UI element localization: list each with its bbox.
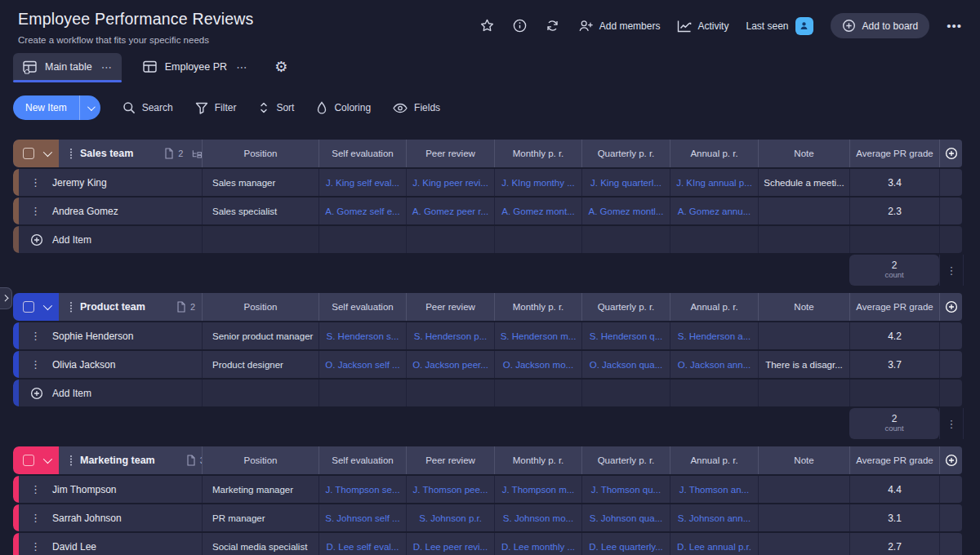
footer-menu-icon[interactable]: ⋮ <box>947 418 957 430</box>
cell-peer[interactable]: D. Lee peer revi... <box>406 533 494 555</box>
chevron-down-icon[interactable] <box>42 148 51 157</box>
cell-position[interactable]: Senior product manager <box>202 322 318 349</box>
tab-menu-icon[interactable]: ⋯ <box>101 61 112 73</box>
cell-average[interactable]: 2.7 <box>849 533 939 555</box>
cell-quarterly[interactable]: D. Lee quarterly... <box>581 533 670 555</box>
add-item-row[interactable]: Add Item <box>13 226 962 253</box>
add-to-board-button[interactable]: Add to board <box>831 13 930 38</box>
cell-position[interactable]: Sales manager <box>202 169 318 196</box>
cell-self-eval[interactable]: S. Johnson self ... <box>318 504 406 531</box>
cell-note[interactable] <box>758 504 849 531</box>
item-name[interactable]: David Lee <box>52 541 96 553</box>
footer-menu-icon[interactable]: ⋮ <box>947 264 957 277</box>
cell-annual[interactable]: J. KIng annual p... <box>670 169 758 196</box>
cell-monthly[interactable]: J. KIng monthy ... <box>494 169 581 196</box>
column-header-monthly-p-r-[interactable]: Monthly p. r. <box>494 446 581 474</box>
cell-annual[interactable]: J. Thomson an... <box>670 476 758 503</box>
item-name[interactable]: Jeremy King <box>52 177 107 189</box>
new-item-label[interactable]: New Item <box>13 95 79 120</box>
cell-peer[interactable]: A. Gomez peer r... <box>406 198 494 224</box>
star-icon[interactable] <box>479 18 495 33</box>
cell-peer[interactable]: O. Jackson peer... <box>406 351 494 378</box>
add-column-button[interactable] <box>939 140 962 167</box>
item-name[interactable]: Sarrah Johnson <box>52 513 122 524</box>
column-header-self-evaluation[interactable]: Self evaluation <box>318 446 406 474</box>
column-header-average-pr-grade[interactable]: Average PR grade <box>849 446 939 474</box>
cell-annual[interactable]: S. Johnson ann... <box>670 504 758 531</box>
tab-employee-pr[interactable]: Employee PR ⋯ <box>133 53 256 81</box>
row-menu-icon[interactable]: ⋮ <box>30 358 41 371</box>
cell-note[interactable]: Schedule a meeti... <box>758 169 849 196</box>
coloring-button[interactable]: Coloring <box>316 101 371 114</box>
column-header-self-evaluation[interactable]: Self evaluation <box>318 293 406 321</box>
cell-monthly[interactable]: S. Johnson mo... <box>494 504 581 531</box>
cell-position[interactable]: Product designer <box>202 351 318 378</box>
chevron-down-icon[interactable] <box>42 301 51 310</box>
cell-self-eval[interactable]: S. Henderson s... <box>318 322 406 349</box>
cell-monthly[interactable]: J. Thompson m... <box>494 476 581 503</box>
cell-note[interactable] <box>758 198 849 224</box>
cell-self-eval[interactable]: A. Gomez self e... <box>318 198 406 224</box>
column-header-note[interactable]: Note <box>758 140 849 167</box>
cell-monthly[interactable]: S. Henderson m... <box>494 322 581 349</box>
column-header-annual-p-r-[interactable]: Annual p. r. <box>670 293 758 321</box>
cell-self-eval[interactable]: J. King self eval... <box>318 169 406 196</box>
drag-handle-icon[interactable] <box>69 455 73 466</box>
item-name[interactable]: Jim Thompson <box>52 484 116 495</box>
cell-self-eval[interactable]: J. Thompson se... <box>318 476 406 503</box>
drag-handle-icon[interactable] <box>69 301 73 313</box>
row-menu-icon[interactable]: ⋮ <box>30 483 41 495</box>
add-members-button[interactable]: Add members <box>577 19 661 33</box>
add-column-button[interactable] <box>939 446 962 474</box>
info-icon[interactable] <box>512 18 528 33</box>
row-menu-icon[interactable]: ⋮ <box>30 540 41 553</box>
cell-average[interactable]: 4.4 <box>849 476 939 503</box>
column-header-average-pr-grade[interactable]: Average PR grade <box>849 140 939 167</box>
cell-annual[interactable]: D. Lee annual p.r. <box>670 533 758 555</box>
cell-self-eval[interactable]: D. Lee self eval... <box>318 533 406 555</box>
column-header-position[interactable]: Position <box>202 140 318 167</box>
cell-peer[interactable]: J. King peer revi... <box>406 169 494 196</box>
row-menu-icon[interactable]: ⋮ <box>30 330 41 342</box>
drag-handle-icon[interactable] <box>69 148 73 159</box>
new-item-button[interactable]: New Item <box>13 95 100 120</box>
cell-note[interactable]: There is a disagr... <box>758 351 849 378</box>
column-header-monthly-p-r-[interactable]: Monthly p. r. <box>494 293 581 321</box>
column-header-note[interactable]: Note <box>758 293 849 321</box>
cell-position[interactable]: Marketing manager <box>202 476 318 503</box>
cell-peer[interactable]: S. Henderson p... <box>406 322 494 349</box>
add-column-button[interactable] <box>939 293 962 321</box>
panel-toggle[interactable] <box>0 287 12 309</box>
cell-position[interactable]: PR manager <box>202 504 318 531</box>
column-header-quarterly-p-r-[interactable]: Quarterly p. r. <box>581 293 670 321</box>
sort-button[interactable]: Sort <box>258 101 294 114</box>
group-checkbox[interactable] <box>23 301 34 313</box>
column-header-position[interactable]: Position <box>202 293 318 321</box>
activity-button[interactable]: Activity <box>677 20 728 33</box>
item-name[interactable]: Andrea Gomez <box>52 206 118 217</box>
cell-average[interactable]: 3.4 <box>849 169 939 196</box>
group-color-block[interactable] <box>13 293 59 321</box>
cell-peer[interactable]: J. Thomson pee... <box>406 476 494 503</box>
group-color-block[interactable] <box>13 140 59 167</box>
last-seen-avatar[interactable] <box>795 17 813 35</box>
group-checkbox[interactable] <box>23 148 34 159</box>
cell-quarterly[interactable]: J. King quarterl... <box>581 169 670 196</box>
cell-average[interactable]: 3.7 <box>849 351 939 378</box>
new-item-dropdown[interactable] <box>79 95 100 120</box>
cell-quarterly[interactable]: J. Thomson qu... <box>581 476 670 503</box>
group-checkbox[interactable] <box>23 455 34 466</box>
item-name[interactable]: Olivia Jackson <box>52 359 115 371</box>
tab-main-table[interactable]: Main table ⋯ <box>13 53 122 81</box>
column-header-peer-review[interactable]: Peer review <box>406 446 494 474</box>
more-options-icon[interactable]: ••• <box>947 19 962 33</box>
column-header-monthly-p-r-[interactable]: Monthly p. r. <box>494 140 581 167</box>
chevron-down-icon[interactable] <box>42 455 51 464</box>
cell-self-eval[interactable]: O. Jackson self ... <box>318 351 406 378</box>
cell-quarterly[interactable]: A. Gomez montl... <box>581 198 670 224</box>
group-name[interactable]: Product team <box>80 301 145 313</box>
column-header-average-pr-grade[interactable]: Average PR grade <box>849 293 939 321</box>
cell-monthly[interactable]: O. Jackson mo... <box>494 351 581 378</box>
cell-quarterly[interactable]: S. Johnson qua... <box>581 504 670 531</box>
column-header-position[interactable]: Position <box>202 446 318 474</box>
